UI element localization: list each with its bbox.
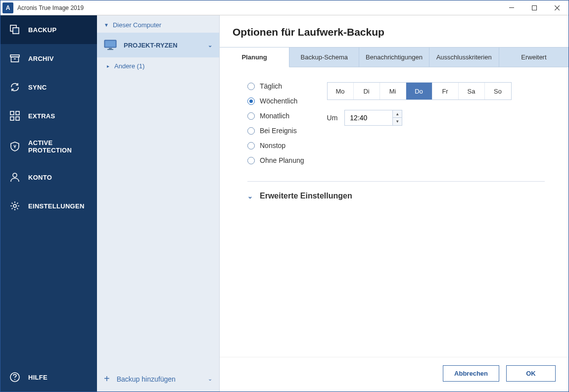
nav-label: SYNC — [28, 84, 47, 91]
radio-label: Ohne Planung — [260, 156, 304, 164]
svg-rect-8 — [16, 111, 19, 115]
app-title: Acronis True Image 2019 — [17, 4, 500, 11]
svg-rect-0 — [509, 7, 514, 8]
advanced-settings-toggle[interactable]: ⌄ Erweiterte Einstellungen — [247, 192, 545, 200]
time-input[interactable] — [345, 110, 392, 125]
divider — [247, 181, 545, 182]
radio-nonstop[interactable]: Nonstop — [247, 142, 304, 149]
tab-ausschlusskriterien[interactable]: Ausschlusskriterien — [429, 48, 499, 67]
day-so[interactable]: So — [485, 83, 511, 99]
tab-label: Ausschlusskriterien — [436, 53, 492, 61]
main-panel: Optionen für Laufwerk-Backup Planung Bac… — [220, 15, 569, 392]
radio-monthly[interactable]: Monatlich — [247, 112, 304, 120]
svg-point-11 — [13, 173, 17, 177]
day-label: Do — [415, 88, 423, 95]
nav-label: EINSTELLUNGEN — [28, 202, 85, 210]
svg-rect-18 — [107, 49, 113, 50]
day-label: Mo — [336, 88, 345, 95]
shield-icon — [9, 141, 20, 152]
svg-rect-10 — [16, 117, 19, 120]
radio-icon — [247, 142, 255, 149]
day-di[interactable]: Di — [354, 83, 380, 99]
schedule-frequency-group: Täglich Wöchentlich Monatlich Bei Ereign… — [247, 82, 304, 164]
nav-active-protection[interactable]: ACTIVE PROTECTION — [0, 130, 97, 163]
tab-benachrichtigungen[interactable]: Benachrichtigungen — [359, 48, 429, 67]
nav-sync[interactable]: SYNC — [0, 73, 97, 101]
radio-label: Nonstop — [260, 142, 285, 149]
chevron-down-icon: ⌄ — [247, 193, 253, 200]
tab-content: Täglich Wöchentlich Monatlich Bei Ereign… — [220, 67, 569, 357]
monitor-icon — [104, 40, 117, 50]
nav-backup[interactable]: BACKUP — [0, 15, 97, 44]
radio-weekly[interactable]: Wöchentlich — [247, 97, 304, 105]
tab-planung[interactable]: Planung — [220, 48, 289, 67]
button-label: OK — [526, 370, 536, 377]
weekday-selector: Mo Di Mi Do Fr Sa So — [327, 82, 512, 100]
radio-label: Wöchentlich — [260, 97, 297, 105]
advanced-settings-label: Erweiterte Einstellungen — [260, 192, 352, 200]
chevron-down-icon[interactable]: ⌄ — [208, 42, 212, 49]
radio-label: Bei Ereignis — [260, 127, 297, 135]
day-do[interactable]: Do — [406, 83, 432, 99]
day-sa[interactable]: Sa — [459, 83, 485, 99]
radio-icon — [247, 112, 255, 120]
radio-daily[interactable]: Täglich — [247, 82, 304, 90]
radio-icon — [247, 157, 255, 164]
backup-list-column: ▼ Dieser Computer PROJEKT-RYZEN ⌄ ▸ Ande… — [97, 15, 220, 392]
nav-label: ARCHIV — [28, 55, 54, 62]
time-step-down[interactable]: ▼ — [393, 118, 402, 125]
svg-rect-17 — [109, 48, 112, 49]
radio-label: Täglich — [260, 82, 282, 90]
svg-point-12 — [13, 204, 16, 207]
time-spinner: ▲ ▼ — [392, 110, 402, 125]
radio-on-event[interactable]: Bei Ereignis — [247, 127, 304, 135]
svg-rect-16 — [105, 41, 116, 47]
tab-label: Erweitert — [521, 53, 546, 61]
day-fr[interactable]: Fr — [432, 83, 459, 99]
minimize-button[interactable] — [500, 0, 523, 15]
titlebar: A Acronis True Image 2019 — [0, 0, 569, 15]
day-label: Mi — [389, 88, 396, 95]
options-tabs: Planung Backup-Schema Benachrichtigungen… — [220, 47, 569, 67]
chevron-down-icon: ▼ — [104, 22, 109, 28]
maximize-button[interactable] — [523, 0, 546, 15]
page-title: Optionen für Laufwerk-Backup — [220, 15, 569, 47]
nav-account[interactable]: KONTO — [0, 163, 97, 192]
radio-no-schedule[interactable]: Ohne Planung — [247, 156, 304, 164]
tab-erweitert[interactable]: Erweitert — [499, 48, 569, 67]
nav-label: HILFE — [28, 374, 47, 381]
radio-icon — [247, 98, 255, 105]
radio-icon — [247, 83, 255, 90]
backup-item-projekt-ryzen[interactable]: PROJEKT-RYZEN ⌄ — [97, 33, 219, 57]
tab-backup-schema[interactable]: Backup-Schema — [289, 48, 359, 67]
nav-settings[interactable]: EINSTELLUNGEN — [0, 192, 97, 220]
maximize-icon — [532, 5, 537, 10]
ok-button[interactable]: OK — [506, 365, 556, 382]
archive-icon — [9, 53, 20, 64]
nav-help[interactable]: HILFE — [0, 363, 97, 392]
nav-extras[interactable]: EXTRAS — [0, 101, 97, 130]
nav-archive[interactable]: ARCHIV — [0, 44, 97, 73]
day-label: Di — [363, 88, 369, 95]
time-step-up[interactable]: ▲ — [393, 110, 402, 118]
button-label: Abbrechen — [454, 370, 488, 377]
group-other[interactable]: ▸ Andere (1) — [97, 57, 219, 75]
svg-rect-5 — [11, 57, 19, 62]
add-backup-button[interactable]: + Backup hinzufügen ⌄ — [97, 366, 219, 392]
day-mi[interactable]: Mi — [380, 83, 406, 99]
svg-rect-7 — [10, 111, 14, 115]
extras-icon — [9, 110, 20, 121]
tab-label: Backup-Schema — [301, 53, 348, 61]
svg-rect-3 — [13, 28, 19, 34]
group-label: Dieser Computer — [113, 21, 161, 29]
day-mo[interactable]: Mo — [328, 83, 354, 99]
radio-icon — [247, 127, 255, 135]
plus-icon: + — [104, 373, 110, 385]
window-controls — [500, 0, 569, 15]
cancel-button[interactable]: Abbrechen — [443, 365, 499, 382]
radio-label: Monatlich — [260, 112, 289, 120]
chevron-down-icon[interactable]: ⌄ — [208, 376, 212, 382]
group-label: Andere (1) — [114, 62, 144, 70]
group-this-computer[interactable]: ▼ Dieser Computer — [97, 15, 219, 33]
close-button[interactable] — [546, 0, 569, 15]
